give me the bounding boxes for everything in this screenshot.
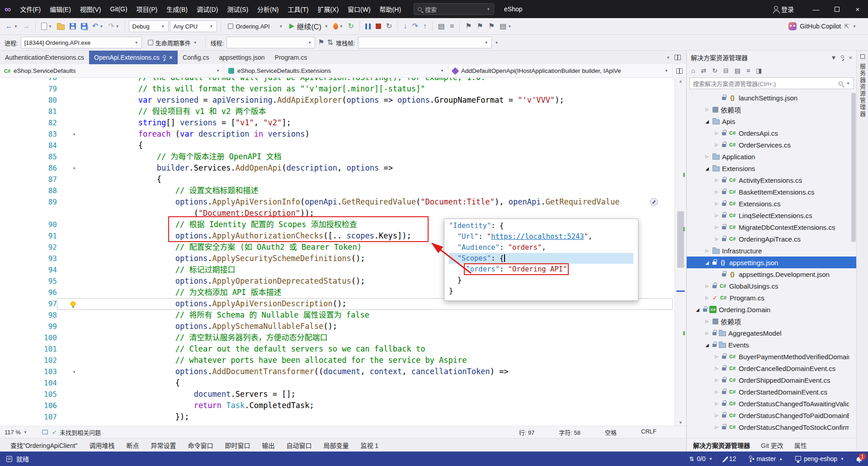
line-indicator[interactable]: 行: 97: [519, 428, 535, 437]
save-button[interactable]: [68, 20, 78, 33]
breadcrumb[interactable]: eShop.ServiceDefaults.Extensions▼: [224, 64, 448, 77]
menu-item[interactable]: 工具(T): [283, 0, 313, 18]
sync-with-active-document-icon[interactable]: ⇄: [701, 67, 706, 74]
document-tab[interactable]: Program.cs: [270, 51, 312, 64]
tree-item[interactable]: ▷C#OrderStatusChangedToStockConfirmedDom…: [687, 421, 856, 433]
breakpoint-margin[interactable]: [0, 287, 36, 298]
show-all-files-icon[interactable]: ▤: [735, 67, 741, 74]
navigate-backward-button[interactable]: ←▼: [4, 20, 19, 33]
expand-icon[interactable]: ▷: [704, 284, 710, 288]
breakpoint-margin[interactable]: [0, 162, 36, 174]
breakpoint-margin[interactable]: [0, 321, 36, 332]
tree-item[interactable]: ◢Apis: [687, 115, 856, 127]
tree-item[interactable]: {}launchSettings.json: [687, 92, 856, 104]
expand-icon[interactable]: ▷: [713, 131, 720, 135]
fold-arrow-icon[interactable]: ▾: [73, 132, 75, 137]
chevron-down-icon[interactable]: ▼: [831, 54, 837, 61]
navigate-forward-button[interactable]: →: [21, 20, 32, 33]
tree-item[interactable]: ▷C#BuyerPaymentMethodVerifiedDomainEvent…: [687, 351, 856, 362]
step-over-button[interactable]: ↷: [410, 20, 420, 33]
save-all-button[interactable]: [79, 20, 89, 33]
tool-window-tab[interactable]: 即时窗口: [219, 441, 256, 450]
breakpoint-margin[interactable]: [0, 377, 36, 389]
menu-item[interactable]: 项目(P): [132, 0, 162, 18]
breakpoint-margin[interactable]: [0, 128, 36, 140]
breakpoint-margin[interactable]: [0, 185, 36, 196]
github-copilot-button[interactable]: GitHub Copilot ⇱ ▼: [788, 22, 856, 30]
breakpoint-margin[interactable]: [0, 332, 36, 343]
breadcrumb[interactable]: AddDefaultOpenApi(IHostApplicationBuilde…: [448, 64, 673, 77]
breakpoint-margin[interactable]: [0, 276, 36, 287]
code-line[interactable]: 80 var versioned = apiVersioning.AddApiE…: [0, 95, 675, 106]
breakpoint-margin[interactable]: [0, 230, 36, 242]
scroll-down-icon[interactable]: ▼: [675, 420, 686, 425]
breakpoint-margin[interactable]: [0, 389, 36, 400]
code-line[interactable]: 98 // 将所有 Schema 的 Nullable 属性设置为 false: [0, 309, 675, 321]
code-line[interactable]: 83▾ foreach (var description in versions…: [0, 128, 675, 140]
tool-window-tab[interactable]: 调用堆栈: [83, 441, 120, 450]
code-line[interactable]: 100 // 清空默认服务器列表，方便动态分配端口: [0, 332, 675, 343]
document-tab[interactable]: AuthenticationExtensions.cs: [0, 51, 89, 64]
breakpoint-margin[interactable]: [0, 400, 36, 411]
document-tab[interactable]: appsettings.json: [214, 51, 269, 64]
refresh-icon[interactable]: ↻: [712, 67, 717, 74]
expand-icon[interactable]: ▷: [704, 295, 710, 300]
step-into-button[interactable]: ↓: [401, 20, 409, 33]
pending-edits-button[interactable]: 12: [725, 455, 736, 462]
expand-icon[interactable]: ▷: [713, 354, 720, 359]
solution-explorer-title-bar[interactable]: 解决方案资源管理器 ▼ ×: [687, 51, 856, 64]
breakpoint-margin[interactable]: [0, 83, 36, 95]
tree-item[interactable]: ◢{}appsettings.json: [687, 257, 856, 268]
tree-item[interactable]: ▷✓C#Program.cs: [687, 292, 856, 304]
breakpoint-margin[interactable]: [0, 253, 36, 264]
breakpoint-margin[interactable]: [0, 298, 36, 309]
collapse-icon[interactable]: ◢: [704, 166, 710, 171]
expand-icon[interactable]: ▷: [713, 378, 720, 382]
startup-project-combo[interactable]: Ordering.API▼: [225, 20, 286, 32]
breakpoint-margin[interactable]: [0, 174, 36, 185]
continue-button[interactable]: 继续(C)▼: [288, 20, 330, 33]
tool-window-tab[interactable]: 查找"OrderingApiClient": [5, 441, 83, 450]
pin-icon[interactable]: [841, 55, 844, 58]
redo-button[interactable]: ↷▼: [106, 20, 121, 33]
breakpoint-margin[interactable]: [0, 140, 36, 151]
code-line[interactable]: ("Document:Description"));: [0, 208, 675, 219]
tree-item[interactable]: ▷C#GlobalUsings.cs: [687, 280, 856, 292]
expand-icon[interactable]: ▷: [704, 248, 710, 253]
menu-item[interactable]: 视图(V): [75, 0, 106, 18]
breakpoint-margin[interactable]: [0, 196, 36, 208]
next-bookmark-button[interactable]: ⚑: [486, 20, 496, 33]
close-button[interactable]: ×: [847, 0, 868, 18]
lightbulb-icon[interactable]: [71, 301, 75, 306]
breakpoint-margin[interactable]: [0, 411, 36, 423]
flag-icon[interactable]: ⚑: [318, 39, 324, 46]
eol-indicator[interactable]: CRLF: [641, 428, 656, 437]
tree-item[interactable]: ▷C#OrdersApi.cs: [687, 127, 856, 139]
tool-window-tab[interactable]: 属性: [794, 441, 807, 450]
expand-icon[interactable]: ▷: [713, 143, 720, 147]
code-line[interactable]: 99 options.ApplySchemaNullableFalse();: [0, 321, 675, 332]
close-icon[interactable]: ×: [849, 54, 852, 61]
code-line[interactable]: 78 // the default format will just be Ap…: [0, 78, 675, 83]
breakpoint-margin[interactable]: [0, 117, 36, 128]
dock-icon[interactable]: [860, 54, 865, 59]
tree-item[interactable]: ▷C#OrderCancelledDomainEvent.cs: [687, 362, 856, 374]
sync-commits-button[interactable]: ⇅0/0▼: [689, 455, 712, 462]
previous-bookmark-button[interactable]: ⚑: [475, 20, 485, 33]
collapse-all-icon[interactable]: ⊟: [723, 67, 729, 74]
code-line[interactable]: 88 // 设置文档标题和描述: [0, 185, 675, 196]
stop-debugging-button[interactable]: [374, 20, 383, 33]
scrollbar-thumb[interactable]: [677, 211, 684, 268]
minimize-button[interactable]: —: [806, 0, 826, 18]
branch-selector[interactable]: master▲: [749, 455, 783, 462]
tree-item[interactable]: ▷C#OrderStatusChangedToAwaitingValidatio…: [687, 398, 856, 409]
collapsed-tool-window-tab[interactable]: 服务器资源管理器: [858, 63, 867, 118]
screen-reader-icon[interactable]: [42, 430, 48, 434]
fold-arrow-icon[interactable]: ▾: [73, 369, 75, 374]
tree-item[interactable]: ▷C#OrderServices.cs: [687, 139, 856, 151]
fold-arrow-icon[interactable]: ▾: [73, 166, 75, 171]
menu-item[interactable]: 调试(D): [192, 0, 222, 18]
solution-platform-combo[interactable]: Any CPU▼: [170, 20, 217, 32]
breakpoint-margin[interactable]: [0, 78, 36, 83]
code-line[interactable]: 106 return Task.CompletedTask;: [0, 400, 675, 411]
